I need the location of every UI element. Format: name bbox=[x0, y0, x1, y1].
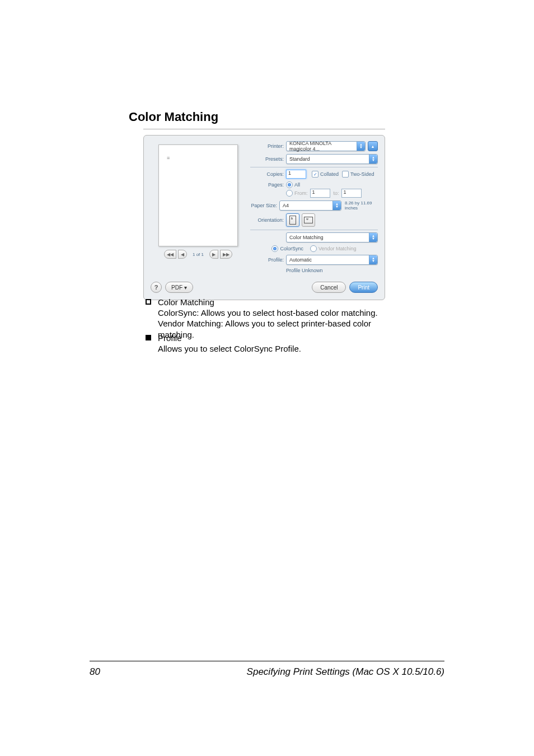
nav-page-indicator: 1 of 1 bbox=[189, 252, 207, 257]
profile-value: Automatic bbox=[289, 257, 312, 263]
pages-all-radio[interactable] bbox=[286, 181, 293, 188]
help-button[interactable]: ? bbox=[151, 282, 162, 293]
print-dialog: ≡ ◀◀ ◀ 1 of 1 ▶ ▶▶ Printer: KONICA MIN bbox=[143, 135, 385, 300]
papersize-label: Paper Size: bbox=[250, 203, 279, 208]
footer-text: Specifying Print Settings (Mac OS X 10.5… bbox=[247, 666, 444, 678]
section-heading: Color Matching bbox=[129, 110, 218, 124]
profile-status-text: Profile Unknown bbox=[286, 268, 323, 273]
vendor-matching-label: Vendor Matching bbox=[318, 246, 357, 251]
preview-glyph: ≡ bbox=[167, 155, 170, 161]
footer-rule bbox=[90, 661, 444, 661]
pages-from-label: From: bbox=[294, 190, 308, 196]
presets-value: Standard bbox=[289, 156, 310, 162]
papersize-value: A4 bbox=[283, 203, 289, 208]
printer-status-button[interactable]: ▲ bbox=[368, 141, 378, 151]
printer-value: KONICA MINOLTA magicolor 4... bbox=[289, 141, 354, 152]
orientation-label: Orientation: bbox=[250, 217, 286, 223]
papersize-select[interactable]: A4 ▲▼ bbox=[279, 200, 341, 211]
bullet-icon bbox=[146, 299, 151, 305]
pages-from-radio[interactable] bbox=[286, 190, 293, 197]
presets-select[interactable]: Standard ▲▼ bbox=[286, 154, 378, 164]
colorsync-label: ColorSync bbox=[280, 246, 303, 251]
orientation-landscape-button[interactable] bbox=[302, 213, 315, 227]
bullet-profile-line1: Allows you to select ColorSync Profile. bbox=[158, 343, 397, 354]
profile-label: Profile: bbox=[250, 257, 286, 263]
pane-value: Color Matching bbox=[289, 235, 324, 240]
updown-icon: ▲▼ bbox=[357, 142, 365, 151]
pages-to-label: to: bbox=[334, 190, 339, 196]
updown-icon: ▲▼ bbox=[332, 201, 341, 210]
updown-icon: ▲▼ bbox=[369, 255, 377, 264]
pdf-menu-button[interactable]: PDF ▾ bbox=[165, 282, 193, 293]
portrait-icon bbox=[289, 216, 296, 225]
bullet-color-matching-line1: ColorSync: Allows you to select host-bas… bbox=[158, 307, 397, 318]
printer-label: Printer: bbox=[250, 143, 286, 149]
pages-from-input[interactable]: 1 bbox=[310, 189, 330, 198]
twosided-label: Two-Sided bbox=[350, 171, 374, 177]
orientation-portrait-button[interactable] bbox=[286, 213, 299, 227]
nav-last-button[interactable]: ▶▶ bbox=[220, 250, 232, 259]
page-number: 80 bbox=[90, 666, 100, 678]
copies-label: Copies: bbox=[250, 171, 286, 177]
profile-select[interactable]: Automatic ▲▼ bbox=[286, 255, 378, 265]
collated-checkbox[interactable]: ✓ bbox=[312, 171, 318, 178]
bullet-color-matching-title: Color Matching bbox=[158, 297, 214, 307]
updown-icon: ▲▼ bbox=[369, 233, 377, 242]
pages-label: Pages: bbox=[250, 182, 286, 188]
copies-input[interactable]: 1 bbox=[286, 170, 306, 179]
collated-label: Collated bbox=[320, 171, 339, 177]
twosided-checkbox[interactable] bbox=[342, 171, 349, 178]
vendor-matching-radio[interactable] bbox=[310, 245, 317, 252]
pages-all-label: All bbox=[294, 182, 300, 188]
nav-prev-button[interactable]: ◀ bbox=[178, 250, 187, 259]
nav-next-button[interactable]: ▶ bbox=[209, 250, 218, 259]
nav-first-button[interactable]: ◀◀ bbox=[164, 250, 176, 259]
updown-icon: ▲▼ bbox=[369, 155, 377, 164]
preview-page-nav: ◀◀ ◀ 1 of 1 ▶ ▶▶ bbox=[164, 250, 232, 259]
pages-to-input[interactable]: 1 bbox=[341, 189, 362, 198]
pane-select[interactable]: Color Matching ▲▼ bbox=[286, 232, 378, 242]
papersize-info: 8.26 by 11.69 inches bbox=[345, 200, 378, 211]
printer-select[interactable]: KONICA MINOLTA magicolor 4... ▲▼ bbox=[286, 141, 366, 151]
landscape-icon bbox=[304, 217, 313, 223]
presets-label: Presets: bbox=[250, 156, 286, 162]
print-button[interactable]: Print bbox=[349, 282, 378, 293]
cancel-button[interactable]: Cancel bbox=[312, 282, 346, 293]
bullet-profile-title: Profile bbox=[158, 333, 182, 343]
print-dialog-screenshot: ≡ ◀◀ ◀ 1 of 1 ▶ ▶▶ Printer: KONICA MIN bbox=[143, 129, 385, 300]
colorsync-radio[interactable] bbox=[271, 245, 278, 252]
bullet-icon bbox=[146, 335, 151, 340]
print-preview-page: ≡ bbox=[158, 144, 238, 246]
